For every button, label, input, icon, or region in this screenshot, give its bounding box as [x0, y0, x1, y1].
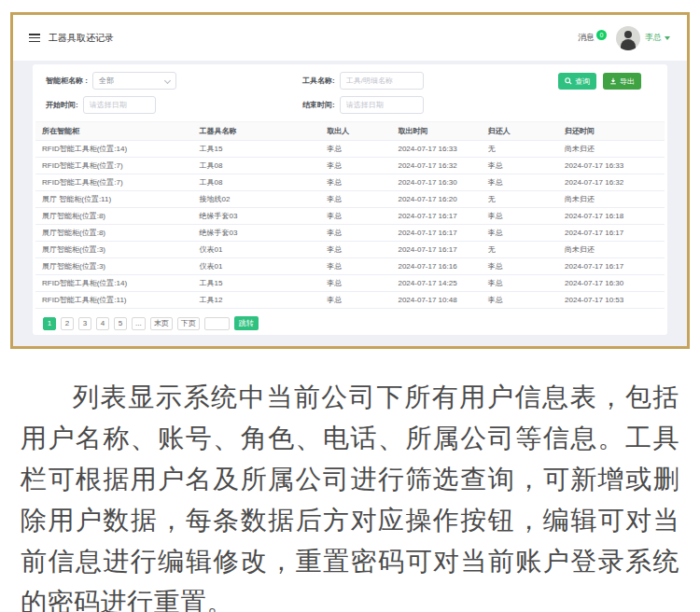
table-cell: 2024-07-17 16:30 [391, 174, 481, 191]
page-button[interactable]: ... [132, 317, 146, 330]
table-cell: 2024-07-17 16:18 [558, 208, 665, 225]
screenshot-frame: 工器具取还记录 消息 0 李总 [10, 12, 690, 349]
start-date-input[interactable] [83, 96, 156, 114]
table-row: RFID智能工具柜(位置:14)工具15李总2024-07-17 14:25李总… [35, 275, 665, 292]
table-cell: 2024-07-17 16:17 [558, 258, 665, 275]
messages-link[interactable]: 消息 [578, 32, 595, 44]
page-button[interactable]: 2 [61, 317, 74, 330]
table-cell: 李总 [482, 208, 558, 225]
table-cell: 李总 [320, 242, 391, 258]
page-button[interactable]: 1 [43, 317, 56, 330]
menu-icon[interactable] [29, 34, 40, 42]
end-date-input[interactable] [340, 96, 424, 114]
column-header: 归还时间 [558, 122, 665, 141]
table-cell: 工具08 [193, 158, 321, 174]
start-time-label: 开始时间: [46, 100, 78, 110]
column-header: 归还人 [482, 122, 558, 141]
search-button[interactable]: 查询 [558, 73, 596, 90]
table-row: 展厅智能柜(位置:8)绝缘手套03李总2024-07-17 16:17李总202… [35, 208, 665, 225]
table-cell: 2024-07-17 14:25 [391, 275, 481, 292]
table-cell: 尚未归还 [558, 141, 665, 158]
table-row: RFID智能工具柜(位置:7)工具08李总2024-07-17 16:32李总2… [35, 158, 665, 174]
doc-page: 工器具取还记录 消息 0 李总 [0, 0, 700, 612]
next-page-button[interactable]: 下页 [177, 317, 200, 330]
filter-row-2: 开始时间: 结束时间: [35, 96, 665, 117]
table-cell: 尚未归还 [558, 191, 665, 208]
table-cell: 工具15 [193, 275, 321, 292]
table-cell: 展厅 智能柜(位置:11) [35, 191, 193, 208]
description-text: 列表显示系统中当前公司下所有用户信息表，包括用户名称、账号、角色、电话、所属公司… [21, 377, 679, 612]
pagination: 12345... 末页 下页 跳转 [43, 316, 665, 330]
table-cell: 2024-07-17 16:33 [558, 158, 665, 174]
table-cell: 绝缘手套03 [193, 208, 321, 225]
table-cell: 李总 [320, 292, 391, 309]
user-menu[interactable]: 李总 [645, 32, 670, 44]
messages-count-badge: 0 [596, 30, 607, 40]
table-cell: 无 [482, 242, 558, 258]
table-cell: 李总 [320, 275, 391, 292]
column-header: 取出时间 [391, 122, 481, 141]
table-cell: 李总 [482, 158, 558, 174]
table-row: RFID智能工具柜(位置:11)工具12李总2024-07-17 10:48李总… [35, 292, 665, 309]
table-cell: RFID智能工具柜(位置:14) [35, 141, 193, 158]
app-header: 工器具取还记录 消息 0 李总 [13, 15, 687, 61]
page-title: 工器具取还记录 [49, 32, 114, 45]
jump-button[interactable]: 跳转 [234, 316, 259, 330]
page-button[interactable]: 4 [96, 317, 109, 330]
table-cell: 李总 [482, 225, 558, 242]
table-cell: 李总 [320, 158, 391, 174]
export-icon [609, 77, 617, 85]
last-page-button[interactable]: 末页 [150, 317, 173, 330]
table-cell: 工具08 [193, 174, 321, 191]
table-cell: RFID智能工具柜(位置:7) [35, 158, 193, 174]
page-button[interactable]: 3 [78, 317, 91, 330]
table-cell: RFID智能工具柜(位置:7) [35, 174, 193, 191]
avatar-head [624, 31, 632, 38]
column-header: 所在智能柜 [35, 122, 193, 141]
table-cell: 仪表01 [193, 258, 321, 275]
export-button-label: 导出 [620, 76, 635, 87]
chevron-down-icon [665, 36, 670, 40]
table-cell: 无 [482, 141, 558, 158]
page-button[interactable]: 5 [114, 317, 127, 330]
table-cell: 李总 [482, 258, 558, 275]
table-cell: 2024-07-17 16:32 [558, 174, 665, 191]
table-row: RFID智能工具柜(位置:7)工具08李总2024-07-17 16:30李总2… [35, 174, 665, 191]
column-header: 取出人 [320, 122, 391, 141]
table-cell: 李总 [320, 191, 391, 208]
end-time-label: 结束时间: [302, 100, 335, 110]
table-cell: RFID智能工具柜(位置:11) [35, 292, 193, 309]
column-header: 工器具名称 [193, 122, 321, 141]
cabinet-select[interactable]: 全部 [92, 72, 176, 90]
tool-name-label: 工具名称: [302, 76, 335, 86]
table-cell: 2024-07-17 16:17 [558, 225, 665, 242]
page-jump-input[interactable] [204, 317, 230, 330]
export-button[interactable]: 导出 [603, 73, 641, 90]
table-cell: 2024-07-17 10:53 [558, 292, 665, 309]
search-icon [565, 77, 572, 85]
table-cell: 李总 [320, 174, 391, 191]
table-cell: 仪表01 [193, 242, 321, 258]
table-cell: 2024-07-17 16:32 [391, 158, 481, 174]
table-cell: 展厅智能柜(位置:8) [35, 225, 193, 242]
table-cell: RFID智能工具柜(位置:14) [35, 275, 193, 292]
table-cell: 李总 [320, 208, 391, 225]
filter-row-1: 智能柜名称 : 全部 工具名称: [35, 72, 665, 92]
table-cell: 展厅智能柜(位置:8) [35, 208, 193, 225]
table-cell: 绝缘手套03 [193, 225, 321, 242]
avatar[interactable] [616, 26, 640, 50]
table-cell: 李总 [320, 258, 391, 275]
table-cell: 李总 [320, 225, 391, 242]
filter-bar: 智能柜名称 : 全部 工具名称: [35, 72, 665, 117]
table-cell: 尚未归还 [558, 242, 665, 258]
table-cell: 工具12 [193, 292, 321, 309]
records-card: 智能柜名称 : 全部 工具名称: [33, 64, 667, 335]
table-cell: 接地线02 [193, 191, 321, 208]
table-cell: 李总 [482, 174, 558, 191]
tool-records-app: 工器具取还记录 消息 0 李总 [13, 15, 687, 346]
user-name-label: 李总 [645, 32, 662, 44]
cabinet-label: 智能柜名称 : [46, 76, 88, 86]
table-cell: 2024-07-17 16:17 [391, 225, 481, 242]
tool-name-input[interactable] [340, 72, 424, 90]
table-cell: 2024-07-17 16:17 [391, 208, 481, 225]
